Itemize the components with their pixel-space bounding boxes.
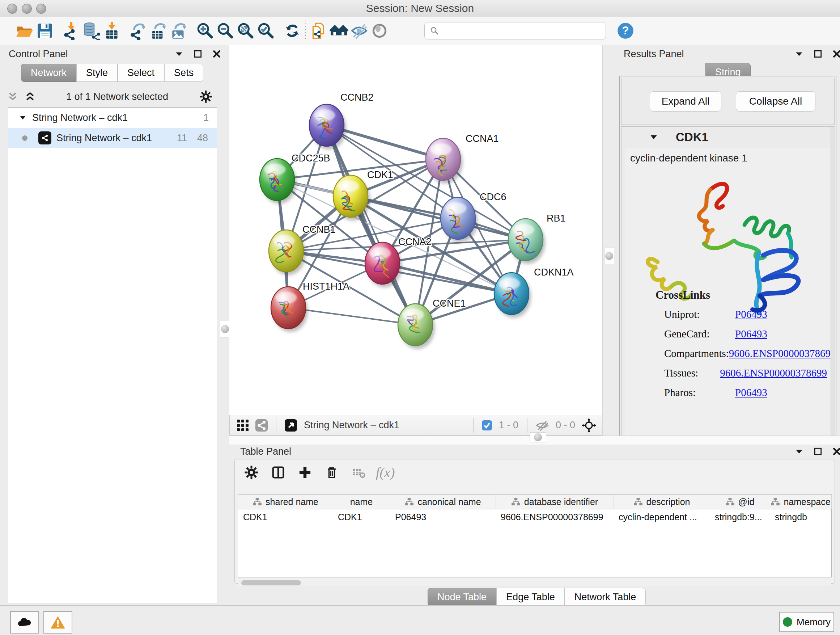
results-scrollbar[interactable] (831, 127, 835, 470)
show-graphics-details-icon[interactable] (369, 20, 390, 42)
network-node-CDC25B[interactable]: CDC25B (260, 153, 330, 204)
zoom-in-icon[interactable] (195, 20, 215, 42)
memory-button[interactable]: Memory (779, 612, 834, 632)
tab-select[interactable]: Select (118, 64, 164, 82)
column-header[interactable]: database identifier (496, 494, 614, 509)
create-column-icon[interactable] (295, 462, 315, 483)
tab-style[interactable]: Style (76, 64, 118, 82)
import-table-icon[interactable] (102, 20, 122, 42)
panel-menu-icon[interactable] (794, 49, 804, 59)
zoom-selected-icon[interactable] (256, 20, 276, 42)
zoom-fit-icon[interactable] (235, 20, 256, 42)
expand-all-button[interactable]: Expand All (650, 91, 722, 111)
panel-menu-icon[interactable] (794, 447, 804, 456)
crosslink-link[interactable]: P06493 (735, 328, 767, 340)
tab-network[interactable]: Network (21, 64, 76, 82)
share-view-icon[interactable] (255, 419, 268, 432)
crosslink-label: Compartments: (664, 348, 729, 359)
table-cell[interactable]: P06493 (390, 509, 496, 525)
network-node-CDKN1A[interactable]: CDKN1A (494, 267, 574, 318)
search-field[interactable] (424, 22, 606, 40)
help-icon[interactable]: ? (615, 20, 636, 42)
warning-button[interactable] (43, 611, 73, 633)
delete-column-icon[interactable] (322, 462, 342, 483)
hide-graphics-icon[interactable] (349, 20, 369, 42)
hidden-eye-icon[interactable] (535, 420, 549, 431)
network-row[interactable]: String Network – cdk1 11 48 (8, 128, 217, 148)
column-header[interactable]: description (614, 494, 710, 509)
cloud-button[interactable] (10, 611, 39, 633)
network-collection-row[interactable]: String Network – cdk1 1 (8, 108, 217, 128)
crosslink-label: Uniprot: (664, 309, 735, 320)
left-splitter-grip[interactable] (220, 321, 230, 337)
export-image-icon[interactable] (169, 20, 189, 42)
network-node-CDC6[interactable]: CDC6 (441, 192, 507, 242)
column-header[interactable]: name (333, 494, 390, 509)
refresh-icon[interactable] (282, 20, 302, 42)
open-file-icon[interactable] (14, 20, 35, 42)
horizontal-splitter[interactable] (229, 435, 840, 445)
network-node-RB1[interactable]: RB1 (508, 213, 566, 264)
right-splitter-grip[interactable] (604, 248, 614, 264)
save-session-icon[interactable] (35, 20, 55, 42)
table-horizontal-scrollbar[interactable] (238, 580, 831, 586)
table-row[interactable]: CDK1 CDK1 P06493 9606.ENSP00000378699 cy… (238, 509, 831, 525)
table-scrollbar-thumb[interactable] (241, 580, 301, 585)
homes-icon[interactable] (329, 20, 349, 42)
fit-selected-crosshair-icon[interactable] (582, 418, 596, 432)
table-cell[interactable]: CDK1 (238, 509, 333, 525)
horizontal-splitter-grip[interactable] (530, 432, 546, 442)
search-input[interactable] (443, 25, 596, 37)
show-column-icon[interactable] (268, 462, 288, 483)
tab-network-table[interactable]: Network Table (565, 588, 646, 606)
crosslink-link[interactable]: P06493 (735, 309, 767, 320)
panel-float-icon[interactable] (193, 49, 202, 59)
table-cell[interactable]: 9606.ENSP00000378699 (496, 509, 614, 525)
clone-network-icon[interactable] (309, 20, 329, 42)
network-node-CCNA1[interactable]: CCNA1 (426, 133, 499, 184)
left-splitter[interactable] (220, 45, 230, 605)
column-header[interactable]: namespace (770, 494, 832, 509)
collapse-all-button[interactable]: Collapse All (736, 91, 815, 111)
export-table-icon[interactable] (148, 20, 169, 42)
network-node-HIST1H1A[interactable]: HIST1H1A (271, 281, 349, 332)
gene-section-expander-icon[interactable] (649, 133, 658, 142)
tab-edge-table[interactable]: Edge Table (496, 588, 565, 606)
right-splitter[interactable] (602, 45, 616, 435)
crosslink-link[interactable]: 9606.ENSP00000378699 (729, 348, 831, 359)
collapse-all-icon[interactable] (7, 91, 18, 102)
collection-expander-icon[interactable] (19, 113, 27, 122)
column-header[interactable]: @id (710, 494, 770, 509)
network-node-CDK1[interactable]: CDK1 (333, 169, 393, 220)
table-cell[interactable]: CDK1 (333, 509, 390, 525)
tab-sets[interactable]: Sets (164, 64, 203, 82)
panel-float-icon[interactable] (813, 49, 823, 59)
crosslink-link[interactable]: P06493 (735, 386, 767, 399)
table-cell[interactable]: stringdb:9... (710, 509, 770, 525)
column-header[interactable]: canonical name (390, 494, 496, 509)
export-network-icon[interactable] (128, 20, 148, 42)
panel-close-icon[interactable] (832, 447, 840, 456)
table-options-gear-icon[interactable] (241, 462, 262, 483)
network-node-CCNE1[interactable]: CCNE1 (398, 298, 466, 349)
panel-menu-icon[interactable] (174, 49, 184, 59)
network-canvas[interactable]: CCNB2CCNA1CDC25BCDK1CDC6RB1CCNB1CCNA2CDK… (229, 45, 602, 415)
grid-view-icon[interactable] (236, 419, 249, 432)
crosslink-link[interactable]: 9606.ENSP00000378699 (720, 367, 827, 379)
panel-close-icon[interactable] (832, 49, 840, 59)
expand-all-icon[interactable] (25, 91, 35, 102)
panel-float-icon[interactable] (813, 447, 823, 456)
birds-eye-view-icon[interactable] (284, 419, 297, 432)
network-options-gear-icon[interactable] (199, 90, 213, 103)
table-cell[interactable]: cyclin-dependent ... (614, 509, 710, 525)
zoom-out-icon[interactable] (215, 20, 235, 42)
node-label-RB1: RB1 (546, 213, 566, 224)
network-node-CCNB2[interactable]: CCNB2 (309, 92, 374, 149)
import-network-icon[interactable] (61, 20, 81, 42)
network-node-CCNA2[interactable]: CCNA2 (365, 236, 431, 287)
import-network-from-database-icon[interactable] (81, 20, 102, 42)
column-header[interactable]: shared name (238, 494, 333, 509)
tab-node-table[interactable]: Node Table (428, 588, 496, 606)
selected-checkbox-icon[interactable] (482, 420, 493, 431)
table-cell[interactable]: stringdb (770, 509, 831, 525)
